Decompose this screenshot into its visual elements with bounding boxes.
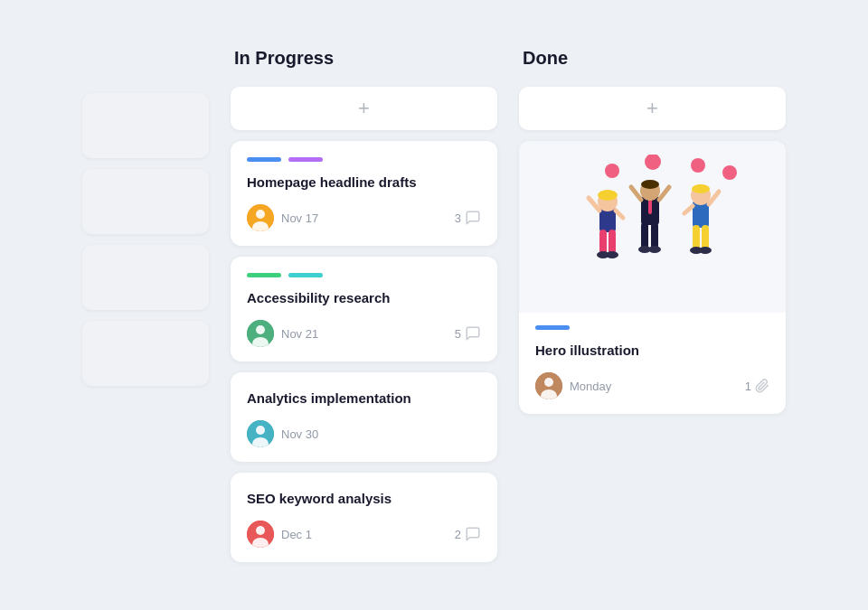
comment-count: 3	[455, 211, 461, 225]
task-card-homepage[interactable]: Homepage headline drafts Nov 17 3	[231, 141, 497, 246]
svg-line-38	[684, 206, 693, 213]
svg-point-12	[605, 164, 619, 178]
task-card-analytics[interactable]: Analytics implementation Nov 30	[231, 372, 497, 462]
task-date: Nov 21	[281, 327, 318, 341]
task-attachments: 1	[745, 379, 769, 393]
svg-point-34	[648, 246, 661, 253]
comment-count: 2	[455, 528, 461, 541]
tag-blue	[247, 157, 281, 162]
task-date: Nov 17	[281, 211, 318, 225]
column-done: Done +	[519, 48, 786, 414]
task-date: Dec 1	[281, 528, 312, 541]
avatar	[247, 320, 274, 347]
svg-rect-40	[693, 225, 700, 250]
task-card-hero[interactable]: Hero illustration Monday 1	[519, 141, 786, 414]
task-card-accessibility[interactable]: Accessibility research Nov 21 5	[231, 257, 497, 361]
task-date: Monday	[570, 380, 611, 393]
comment-icon	[465, 325, 481, 342]
tag-green	[247, 273, 281, 277]
task-title: Hero illustration	[535, 341, 769, 360]
svg-line-30	[659, 187, 669, 200]
svg-point-37	[692, 184, 710, 193]
tag-teal	[288, 273, 323, 277]
task-user: Dec 1	[247, 521, 312, 548]
task-meta: Nov 21 5	[247, 320, 481, 347]
task-meta: Nov 17 3	[247, 204, 481, 231]
tag-purple	[288, 157, 323, 162]
sidebar-card	[82, 321, 209, 386]
svg-point-7	[256, 426, 265, 435]
done-card-body: Hero illustration Monday 1	[519, 313, 786, 414]
task-comments: 3	[455, 210, 481, 226]
svg-point-4	[256, 325, 265, 334]
avatar	[247, 521, 274, 548]
task-title: Analytics implementation	[247, 389, 481, 408]
svg-point-45	[544, 378, 553, 387]
task-user: Nov 17	[247, 204, 318, 231]
svg-point-13	[645, 155, 661, 170]
svg-rect-41	[702, 225, 709, 250]
hero-illustration-svg	[549, 155, 757, 299]
svg-rect-22	[609, 230, 616, 255]
comment-count: 5	[455, 327, 461, 341]
svg-point-18	[598, 190, 618, 201]
svg-rect-21	[599, 230, 607, 255]
task-title: Homepage headline drafts	[247, 173, 481, 192]
task-tags	[247, 273, 481, 277]
task-tags	[247, 157, 481, 162]
task-comments: 5	[455, 325, 481, 342]
task-date: Nov 30	[281, 427, 318, 441]
column-title-in-progress: In Progress	[231, 48, 497, 76]
attachment-count: 1	[745, 380, 751, 393]
task-meta: Dec 1 2	[247, 521, 481, 548]
task-title: SEO keyword analysis	[247, 489, 481, 508]
comment-icon	[465, 210, 481, 226]
add-card-button-in-progress[interactable]: +	[231, 87, 497, 130]
attachment-icon	[755, 379, 769, 393]
avatar	[247, 204, 274, 231]
done-tag-blue	[535, 325, 570, 330]
svg-line-29	[631, 187, 641, 200]
svg-point-10	[256, 526, 265, 535]
sidebar-card	[82, 169, 209, 234]
sidebar-card	[82, 245, 209, 310]
task-comments: 2	[455, 526, 481, 542]
task-user: Monday	[535, 372, 611, 399]
svg-point-1	[256, 210, 265, 219]
column-in-progress: In Progress + Homepage headline drafts	[231, 48, 497, 562]
task-user: Nov 30	[247, 420, 318, 447]
task-user: Nov 21	[247, 320, 318, 347]
add-card-button-done[interactable]: +	[519, 87, 786, 130]
svg-point-24	[606, 251, 618, 258]
sidebar-left	[82, 48, 209, 386]
task-title: Accessibility research	[247, 288, 481, 307]
avatar	[247, 420, 274, 447]
task-illustration	[519, 141, 786, 313]
svg-point-28	[641, 180, 659, 189]
task-card-seo[interactable]: SEO keyword analysis Dec 1 2	[231, 473, 497, 562]
svg-point-15	[722, 165, 737, 180]
avatar	[535, 372, 562, 399]
svg-point-43	[699, 247, 712, 254]
comment-icon	[465, 526, 481, 542]
kanban-board: In Progress + Homepage headline drafts	[64, 12, 804, 598]
column-title-done: Done	[519, 48, 786, 76]
svg-rect-31	[641, 222, 648, 249]
svg-point-14	[691, 158, 705, 173]
task-meta: Monday 1	[535, 372, 769, 399]
svg-rect-32	[651, 222, 658, 249]
sidebar-card	[82, 93, 209, 158]
task-meta: Nov 30	[247, 420, 481, 447]
svg-line-20	[616, 211, 623, 218]
